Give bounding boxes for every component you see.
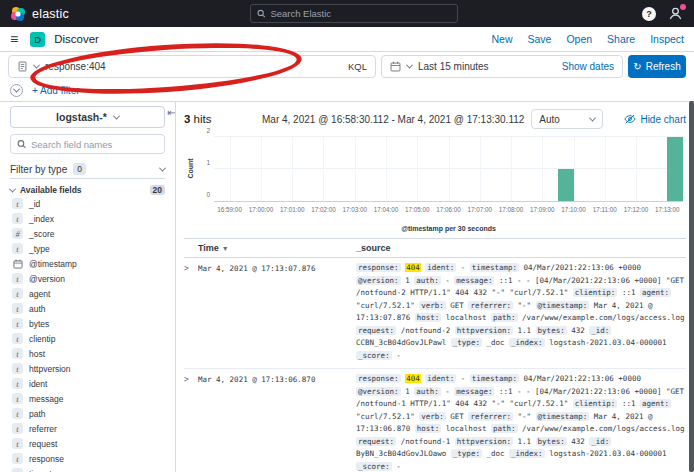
field-item-@version[interactable]: t@version (0, 271, 175, 286)
field-item-clientip[interactable]: tclientip (0, 331, 175, 346)
field-key-badge: response: (356, 263, 401, 272)
field-key-badge: timestamp: (470, 263, 519, 272)
eye-slash-icon (624, 113, 636, 125)
field-item-auth[interactable]: tauth (0, 301, 175, 316)
vertical-scrollbar[interactable] (689, 101, 694, 472)
query-input[interactable]: response:404 (45, 61, 334, 72)
gridline (449, 137, 450, 201)
field-name: auth (29, 304, 46, 314)
field-name: @version (29, 274, 65, 284)
field-search-input[interactable] (31, 139, 158, 150)
field-item-@timestamp[interactable]: @timestamp (0, 256, 175, 271)
show-dates-button[interactable]: Show dates (562, 61, 614, 72)
field-name: _id (29, 199, 40, 209)
sort-desc-icon[interactable]: ▼ (222, 245, 229, 252)
field-item-ident[interactable]: tident (0, 376, 175, 391)
gridline (605, 137, 606, 201)
collapse-sidebar-icon[interactable]: ⇤ (168, 107, 176, 118)
search-icon (257, 9, 265, 18)
x-tick-label: 17:11:00 (593, 206, 617, 213)
field-item-_type[interactable]: t_type (0, 241, 175, 256)
time-range-value[interactable]: Last 15 minutes (418, 61, 489, 72)
field-item-response[interactable]: tresponse (0, 451, 175, 466)
query-input-group[interactable]: response:404 KQL (8, 55, 376, 78)
action-new-button[interactable]: New (491, 33, 512, 45)
content-area: ⇤ logstash-* Filter by type 0 Available … (0, 101, 694, 472)
gridline (511, 137, 512, 201)
field-item-timestamp[interactable]: ttimestamp (0, 466, 175, 472)
row-time: Mar 4, 2021 @ 17:13:06.870 (198, 373, 356, 472)
y-tick-label: 1 (206, 159, 210, 166)
source-column-header: _source (356, 243, 391, 253)
global-search-input[interactable] (270, 8, 451, 19)
field-value: logstash-2021.03.04-000001 (549, 449, 666, 458)
field-item-referrer[interactable]: treferrer (0, 421, 175, 436)
doc-table: Time ▼ _source >Mar 4, 2021 @ 17:13:07.8… (184, 238, 686, 472)
global-header: elastic ? (0, 0, 694, 27)
user-avatar[interactable] (668, 6, 684, 22)
elastic-logo[interactable] (10, 6, 26, 22)
global-search[interactable] (250, 4, 458, 23)
histogram-chart: Count 012 16:59:0017:00:0017:01:0017:02:… (184, 133, 686, 234)
field-list: t_idt_index#_scoret_type@timestampt@vers… (0, 196, 175, 472)
action-share-button[interactable]: Share (607, 33, 635, 45)
field-name: _type (29, 244, 50, 254)
field-item-agent[interactable]: tagent (0, 286, 175, 301)
field-type-icon: t (12, 348, 23, 359)
field-key-badge: verb: (419, 412, 446, 421)
field-item-bytes[interactable]: tbytes (0, 316, 175, 331)
help-icon[interactable]: ? (642, 7, 656, 21)
date-picker[interactable]: Last 15 minutes Show dates (381, 55, 623, 78)
field-key-badge: auth: (414, 387, 441, 396)
chart-plot[interactable]: 012 (214, 137, 683, 202)
gridline (636, 137, 637, 201)
field-key-badge: agent: (640, 399, 671, 408)
x-tick-label: 17:03:00 (342, 206, 367, 213)
field-item-path[interactable]: tpath (0, 406, 175, 421)
action-open-button[interactable]: Open (566, 33, 592, 45)
filter-by-type-button[interactable]: Filter by type 0 (10, 160, 165, 179)
table-row: >Mar 4, 2021 @ 17:13:06.870response: 404… (184, 369, 686, 472)
filter-options-icon[interactable] (10, 84, 23, 97)
field-value: GET (450, 301, 464, 310)
query-language-button[interactable]: KQL (340, 61, 367, 72)
field-value: - (461, 374, 466, 383)
field-item-_index[interactable]: t_index (0, 211, 175, 226)
field-type-icon: t (12, 378, 23, 389)
hide-chart-button[interactable]: Hide chart (624, 113, 686, 125)
field-name: path (29, 409, 46, 419)
field-key-badge: httpversion: (455, 437, 513, 446)
action-inspect-button[interactable]: Inspect (650, 33, 684, 45)
expand-row-icon[interactable]: > (184, 262, 198, 362)
field-item-_score[interactable]: #_score (0, 226, 175, 241)
field-key-badge: referrer: (468, 412, 513, 421)
field-item-request[interactable]: trequest (0, 436, 175, 451)
field-type-icon: t (12, 453, 23, 464)
expand-row-icon[interactable]: > (184, 373, 198, 472)
x-tick-label: 17:09:00 (530, 206, 555, 213)
gridline (261, 137, 262, 201)
refresh-button[interactable]: ↻ Refresh (628, 55, 686, 78)
field-item-httpversion[interactable]: thttpversion (0, 361, 175, 376)
field-search-box[interactable] (10, 134, 165, 154)
available-fields-header[interactable]: Available fields 20 (10, 185, 165, 195)
field-name: response (29, 454, 64, 464)
menu-icon[interactable]: ≡ (10, 32, 18, 46)
chevron-down-icon (33, 62, 40, 69)
histogram-bar[interactable] (558, 169, 574, 201)
field-value: - (396, 351, 401, 360)
field-item-host[interactable]: thost (0, 346, 175, 361)
field-item-_id[interactable]: t_id (0, 196, 175, 211)
interval-select[interactable]: Auto (531, 109, 603, 129)
action-save-button[interactable]: Save (527, 33, 551, 45)
gridline (480, 137, 481, 201)
table-row: >Mar 4, 2021 @ 17:13:07.876response: 404… (184, 258, 686, 369)
add-filter-button[interactable]: + Add filter (32, 85, 80, 96)
time-column-header[interactable]: Time ▼ (184, 243, 356, 253)
field-value: - (445, 387, 450, 396)
query-menu-icon[interactable] (17, 61, 28, 72)
index-pattern-select[interactable]: logstash-* (10, 106, 165, 128)
histogram-bar[interactable] (667, 137, 683, 201)
field-item-message[interactable]: tmessage (0, 391, 175, 406)
field-key-badge: verb: (419, 301, 446, 310)
